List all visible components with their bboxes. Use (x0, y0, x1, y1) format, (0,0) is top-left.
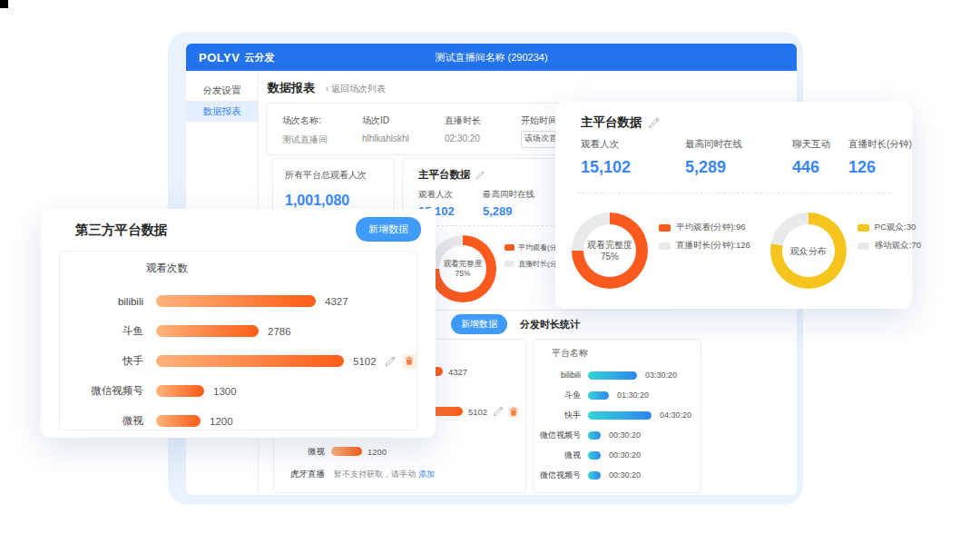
duration-row: 斗鱼01:30:20 (534, 385, 701, 405)
bar-row: 斗鱼2786 (60, 316, 416, 346)
donut-center-value: 75% (601, 251, 619, 262)
main-platform-title: 主平台数据 (581, 114, 642, 131)
platform-name-header: 平台名称 (552, 347, 701, 360)
delete-icon[interactable] (403, 354, 416, 369)
bar (588, 391, 609, 400)
huya-note-row: 虎牙直播 暂不支持获取，请手动 添加 (274, 463, 525, 485)
edit-icon[interactable] (475, 171, 485, 180)
back-to-session-list-link[interactable]: ‹ 返回场次列表 (326, 83, 386, 95)
stat-value: 126 (848, 158, 912, 177)
edit-icon[interactable] (648, 117, 660, 129)
duration-row: 微信视频号00:30:20 (534, 425, 701, 445)
third-party-card-title: 第三方平台数据 (75, 222, 168, 239)
views-chart-panel: 观看次数 bilibili4327斗鱼2786快手5102微信视频号1300微视… (59, 251, 417, 430)
stat-value: 5,289 (483, 204, 534, 218)
bar (156, 415, 201, 427)
add-data-button[interactable]: 新增数据 (451, 314, 507, 334)
edit-icon[interactable] (493, 406, 504, 417)
bar (588, 411, 652, 420)
bar-value: 2786 (268, 326, 291, 337)
legend-label: 移动观众:70 (875, 240, 921, 252)
legend-swatch (505, 244, 514, 251)
bar (588, 451, 601, 460)
stat-value: 15,102 (581, 158, 631, 177)
stat-label: 最高同时在线 (483, 189, 534, 201)
duration-value: 04:30:20 (660, 410, 691, 420)
stat-label: 最高同时在线 (685, 138, 742, 151)
bar (156, 355, 344, 367)
legend-swatch (659, 242, 671, 250)
bar-value: 5102 (353, 356, 377, 367)
duration-row: 微信视频号00:30:20 (534, 465, 701, 485)
bar-category-label: 快手 (60, 354, 143, 368)
bar-category-label: 微信视频号 (60, 384, 143, 398)
stat-label: 观看人次 (418, 189, 455, 201)
bar (588, 371, 637, 380)
bar-category-label: bilibili (534, 371, 581, 380)
legend-swatch (659, 224, 671, 232)
huya-note-text: 暂不支持获取，请手动 (334, 469, 416, 480)
bar-category-label: 斗鱼 (60, 324, 143, 338)
completion-donut-chart: 观看完整度 75% (572, 213, 648, 289)
bar-category-label: 微信视频号 (534, 430, 581, 441)
duration-value: 00:30:20 (609, 470, 641, 480)
duration-value: 00:30:20 (609, 430, 641, 440)
bar-category-label: 微视 (534, 450, 581, 461)
total-views-value: 1,001,080 (285, 193, 382, 209)
corner-artifact (0, 0, 8, 8)
completion-donut-chart-bg: 观看完整度 75% (429, 235, 496, 302)
legend-item: PC观众:30 (858, 222, 921, 233)
audience-distribution-donut-chart: 观众分布 (770, 213, 847, 289)
bar-category-label: 斗鱼 (534, 390, 581, 401)
bar-value: 4327 (448, 367, 467, 377)
delete-icon[interactable] (508, 406, 519, 418)
add-data-button[interactable]: 新增数据 (356, 217, 421, 242)
page-title: 数据报表 (268, 80, 315, 96)
main-platform-card: 主平台数据 观看人次 15,102 最高同时在线 5,289 聊天互动 446 … (555, 102, 912, 309)
bar-category-label: 微信视频号 (534, 470, 581, 481)
bar-category-label: bilibili (60, 296, 143, 307)
bar-value: 1300 (213, 386, 237, 397)
bar (588, 431, 601, 440)
live-duration-value: 02:30:20 (445, 134, 481, 143)
start-time-label: 开始时间 (521, 114, 557, 127)
legend-label: PC观众:30 (875, 222, 916, 233)
stat-value: 5,289 (685, 158, 742, 177)
edit-icon[interactable] (385, 356, 396, 367)
room-title: 测试直播间名称 (290234) (186, 51, 797, 64)
legend-label: 直播时长(分钟):126 (676, 240, 750, 252)
stat-label: 聊天互动 (792, 138, 830, 151)
donut-center-value: 75% (455, 269, 470, 279)
live-duration-label: 直播时长 (445, 114, 481, 127)
bar-row: 微视1200 (60, 406, 416, 436)
bar-value: 5102 (468, 407, 487, 417)
sidebar-item-data-report[interactable]: 数据报表 (186, 101, 258, 122)
legend-label: 平均观看(分钟):96 (676, 222, 746, 233)
third-party-platform-card: 第三方平台数据 新增数据 观看次数 bilibili4327斗鱼2786快手51… (41, 209, 436, 438)
duration-value: 01:30:20 (617, 391, 649, 400)
donut-center-label: 观看完整度 (444, 259, 483, 269)
bar-row: 微信视频号1300 (60, 376, 416, 406)
session-name-value: 测试直播间 (282, 134, 328, 146)
legend-item: 直播时长(分钟):126 (659, 240, 750, 252)
legend-swatch (858, 242, 869, 250)
duration-row: 快手04:30:20 (534, 405, 701, 425)
duration-value: 03:30:20 (645, 371, 677, 380)
sidebar-item-distribution-settings[interactable]: 分发设置 (186, 80, 258, 101)
bar-row: bilibili4327 (60, 286, 416, 316)
views-chart-header: 观看次数 (146, 262, 188, 275)
bar (156, 325, 259, 337)
dashed-divider (577, 193, 890, 193)
session-id-label: 场次ID (362, 114, 409, 127)
bar-row: 微视1200 (274, 441, 525, 461)
huya-label: 虎牙直播 (274, 469, 325, 480)
duration-row: 微视00:30:20 (534, 445, 701, 465)
stat-value: 446 (792, 158, 830, 177)
huya-add-link[interactable]: 添加 (418, 469, 435, 480)
bar-value: 1200 (368, 447, 387, 457)
app-header: POLYV 云分发 测试直播间名称 (290234) (186, 44, 797, 71)
session-name-label: 场次名称: (282, 114, 328, 127)
bar (156, 385, 204, 397)
screenshot-stage: POLYV 云分发 测试直播间名称 (290234) 分发设置 数据报表 数据报… (0, 0, 980, 544)
duration-stats-panel: 平台名称 bilibili03:30:20斗鱼01:30:20快手04:30:2… (533, 339, 701, 493)
